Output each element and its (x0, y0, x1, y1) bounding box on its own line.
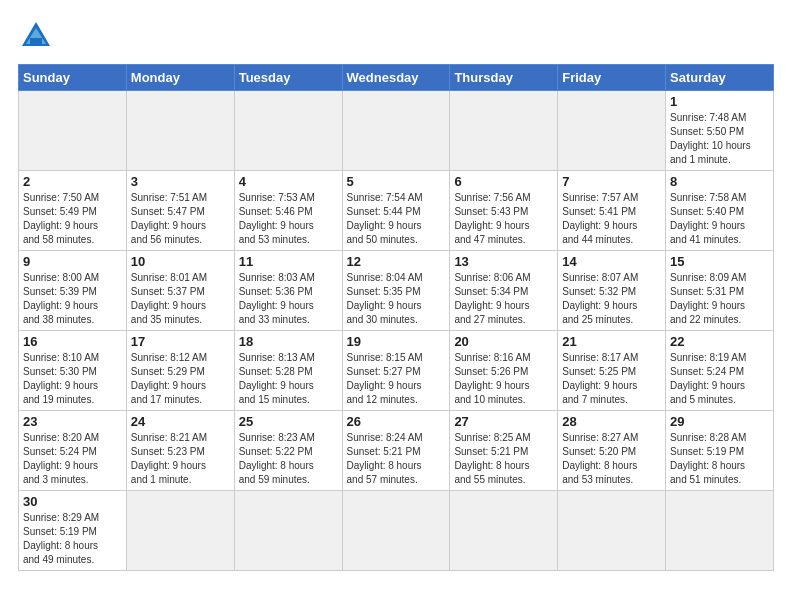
col-thursday: Thursday (450, 65, 558, 91)
table-row: 6Sunrise: 7:56 AM Sunset: 5:43 PM Daylig… (450, 171, 558, 251)
svg-rect-2 (30, 38, 42, 46)
day-info: Sunrise: 8:23 AM Sunset: 5:22 PM Dayligh… (239, 431, 338, 487)
table-row: 28Sunrise: 8:27 AM Sunset: 5:20 PM Dayli… (558, 411, 666, 491)
table-row: 25Sunrise: 8:23 AM Sunset: 5:22 PM Dayli… (234, 411, 342, 491)
day-info: Sunrise: 8:03 AM Sunset: 5:36 PM Dayligh… (239, 271, 338, 327)
table-row: 23Sunrise: 8:20 AM Sunset: 5:24 PM Dayli… (19, 411, 127, 491)
day-number: 17 (131, 334, 230, 349)
day-number: 19 (347, 334, 446, 349)
table-row: 1Sunrise: 7:48 AM Sunset: 5:50 PM Daylig… (666, 91, 774, 171)
col-friday: Friday (558, 65, 666, 91)
day-info: Sunrise: 8:19 AM Sunset: 5:24 PM Dayligh… (670, 351, 769, 407)
table-row: 20Sunrise: 8:16 AM Sunset: 5:26 PM Dayli… (450, 331, 558, 411)
day-info: Sunrise: 7:54 AM Sunset: 5:44 PM Dayligh… (347, 191, 446, 247)
day-number: 10 (131, 254, 230, 269)
day-info: Sunrise: 7:51 AM Sunset: 5:47 PM Dayligh… (131, 191, 230, 247)
table-row (126, 91, 234, 171)
day-number: 29 (670, 414, 769, 429)
table-row: 9Sunrise: 8:00 AM Sunset: 5:39 PM Daylig… (19, 251, 127, 331)
day-info: Sunrise: 8:06 AM Sunset: 5:34 PM Dayligh… (454, 271, 553, 327)
col-monday: Monday (126, 65, 234, 91)
day-number: 2 (23, 174, 122, 189)
day-info: Sunrise: 7:50 AM Sunset: 5:49 PM Dayligh… (23, 191, 122, 247)
col-saturday: Saturday (666, 65, 774, 91)
day-number: 20 (454, 334, 553, 349)
day-info: Sunrise: 7:57 AM Sunset: 5:41 PM Dayligh… (562, 191, 661, 247)
table-row (450, 91, 558, 171)
table-row (234, 91, 342, 171)
day-number: 27 (454, 414, 553, 429)
day-info: Sunrise: 8:13 AM Sunset: 5:28 PM Dayligh… (239, 351, 338, 407)
table-row: 5Sunrise: 7:54 AM Sunset: 5:44 PM Daylig… (342, 171, 450, 251)
table-row: 8Sunrise: 7:58 AM Sunset: 5:40 PM Daylig… (666, 171, 774, 251)
table-row: 17Sunrise: 8:12 AM Sunset: 5:29 PM Dayli… (126, 331, 234, 411)
table-row: 2Sunrise: 7:50 AM Sunset: 5:49 PM Daylig… (19, 171, 127, 251)
day-info: Sunrise: 8:04 AM Sunset: 5:35 PM Dayligh… (347, 271, 446, 327)
header (18, 18, 774, 54)
day-info: Sunrise: 8:12 AM Sunset: 5:29 PM Dayligh… (131, 351, 230, 407)
day-number: 8 (670, 174, 769, 189)
day-number: 3 (131, 174, 230, 189)
day-number: 11 (239, 254, 338, 269)
day-info: Sunrise: 8:21 AM Sunset: 5:23 PM Dayligh… (131, 431, 230, 487)
calendar: Sunday Monday Tuesday Wednesday Thursday… (18, 64, 774, 571)
day-info: Sunrise: 8:16 AM Sunset: 5:26 PM Dayligh… (454, 351, 553, 407)
table-row: 7Sunrise: 7:57 AM Sunset: 5:41 PM Daylig… (558, 171, 666, 251)
day-number: 18 (239, 334, 338, 349)
day-number: 4 (239, 174, 338, 189)
table-row (450, 491, 558, 571)
table-row (558, 491, 666, 571)
day-number: 26 (347, 414, 446, 429)
day-info: Sunrise: 8:25 AM Sunset: 5:21 PM Dayligh… (454, 431, 553, 487)
table-row: 29Sunrise: 8:28 AM Sunset: 5:19 PM Dayli… (666, 411, 774, 491)
table-row: 16Sunrise: 8:10 AM Sunset: 5:30 PM Dayli… (19, 331, 127, 411)
day-info: Sunrise: 7:58 AM Sunset: 5:40 PM Dayligh… (670, 191, 769, 247)
day-number: 6 (454, 174, 553, 189)
logo-icon (18, 18, 54, 54)
table-row: 4Sunrise: 7:53 AM Sunset: 5:46 PM Daylig… (234, 171, 342, 251)
table-row (19, 91, 127, 171)
day-info: Sunrise: 8:10 AM Sunset: 5:30 PM Dayligh… (23, 351, 122, 407)
table-row: 30Sunrise: 8:29 AM Sunset: 5:19 PM Dayli… (19, 491, 127, 571)
col-wednesday: Wednesday (342, 65, 450, 91)
table-row: 15Sunrise: 8:09 AM Sunset: 5:31 PM Dayli… (666, 251, 774, 331)
day-info: Sunrise: 8:01 AM Sunset: 5:37 PM Dayligh… (131, 271, 230, 327)
day-number: 25 (239, 414, 338, 429)
day-number: 5 (347, 174, 446, 189)
day-number: 15 (670, 254, 769, 269)
day-number: 23 (23, 414, 122, 429)
day-info: Sunrise: 8:24 AM Sunset: 5:21 PM Dayligh… (347, 431, 446, 487)
day-info: Sunrise: 8:27 AM Sunset: 5:20 PM Dayligh… (562, 431, 661, 487)
table-row: 13Sunrise: 8:06 AM Sunset: 5:34 PM Dayli… (450, 251, 558, 331)
col-sunday: Sunday (19, 65, 127, 91)
table-row (342, 491, 450, 571)
day-info: Sunrise: 8:00 AM Sunset: 5:39 PM Dayligh… (23, 271, 122, 327)
day-number: 14 (562, 254, 661, 269)
day-number: 28 (562, 414, 661, 429)
page: Sunday Monday Tuesday Wednesday Thursday… (0, 0, 792, 581)
table-row (558, 91, 666, 171)
table-row (666, 491, 774, 571)
day-number: 16 (23, 334, 122, 349)
table-row: 10Sunrise: 8:01 AM Sunset: 5:37 PM Dayli… (126, 251, 234, 331)
day-info: Sunrise: 8:07 AM Sunset: 5:32 PM Dayligh… (562, 271, 661, 327)
day-number: 1 (670, 94, 769, 109)
table-row: 11Sunrise: 8:03 AM Sunset: 5:36 PM Dayli… (234, 251, 342, 331)
table-row: 27Sunrise: 8:25 AM Sunset: 5:21 PM Dayli… (450, 411, 558, 491)
day-info: Sunrise: 8:28 AM Sunset: 5:19 PM Dayligh… (670, 431, 769, 487)
table-row: 3Sunrise: 7:51 AM Sunset: 5:47 PM Daylig… (126, 171, 234, 251)
day-info: Sunrise: 8:09 AM Sunset: 5:31 PM Dayligh… (670, 271, 769, 327)
table-row: 24Sunrise: 8:21 AM Sunset: 5:23 PM Dayli… (126, 411, 234, 491)
table-row: 18Sunrise: 8:13 AM Sunset: 5:28 PM Dayli… (234, 331, 342, 411)
day-number: 13 (454, 254, 553, 269)
day-number: 12 (347, 254, 446, 269)
day-number: 24 (131, 414, 230, 429)
day-info: Sunrise: 7:48 AM Sunset: 5:50 PM Dayligh… (670, 111, 769, 167)
table-row (342, 91, 450, 171)
table-row: 12Sunrise: 8:04 AM Sunset: 5:35 PM Dayli… (342, 251, 450, 331)
day-info: Sunrise: 7:56 AM Sunset: 5:43 PM Dayligh… (454, 191, 553, 247)
day-info: Sunrise: 8:29 AM Sunset: 5:19 PM Dayligh… (23, 511, 122, 567)
day-info: Sunrise: 7:53 AM Sunset: 5:46 PM Dayligh… (239, 191, 338, 247)
day-number: 7 (562, 174, 661, 189)
day-number: 21 (562, 334, 661, 349)
